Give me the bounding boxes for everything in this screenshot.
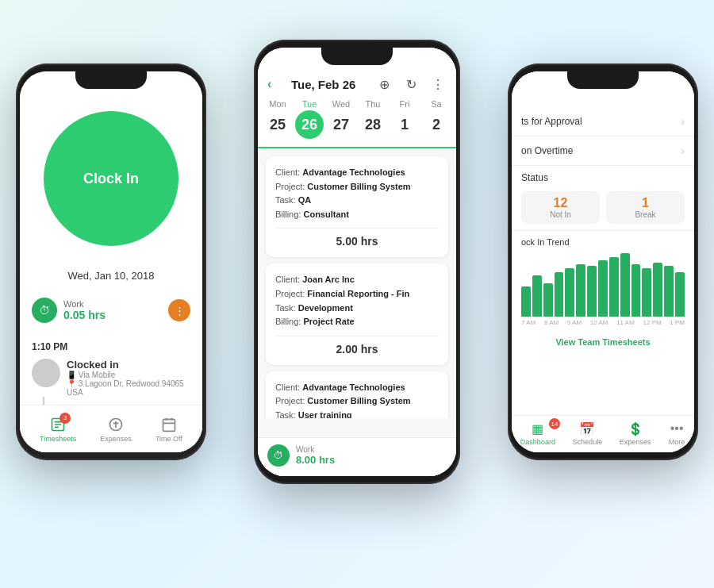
cal-day-name: Tue [302,99,317,109]
right-notch [567,71,639,89]
card-task: Task: QA [275,194,439,208]
calendar-day-27[interactable]: Wed 27 [326,99,356,139]
right-nav-schedule[interactable]: 📅 Schedule [573,421,603,446]
bar-13 [664,266,674,317]
bar-0 [521,286,531,317]
pill-label: Break [635,210,655,219]
right-nav-label: More [669,438,685,446]
list-item-0[interactable]: ts for Approval › [512,107,694,136]
nav-timesheets-label: Timesheets [40,435,76,443]
chart-label: 11 AM [616,319,635,326]
card-client: Client: Joan Arc Inc [275,273,439,287]
nav-expenses[interactable]: Expenses [100,416,132,443]
bar-4 [565,268,574,317]
left-notch [75,71,147,89]
bar-3 [555,272,564,317]
right-nav-label: Expenses [620,438,651,446]
card-hours: 2.00 hrs [275,343,439,355]
pill-count: 1 [642,196,649,210]
calendar-day-28[interactable]: Thu 28 [358,99,388,139]
card-divider [275,228,439,229]
calendar-day-26[interactable]: Tue 26 [294,99,324,139]
list-text: ts for Approval [521,116,582,127]
time-card-2: Client: Advantage Technologies Project: … [266,371,448,418]
dashboard-icon: ▦ 14 [529,421,547,436]
address: 📍 3 Lagoon Dr, Redwood 94065 USA [67,379,190,397]
work-total-hours: 8.00 hrs [296,454,335,466]
bar-7 [598,260,608,317]
calendar-strip: Mon 25 Tue 26 Wed 27 Thu 28 Fri 1 Sa 2 [258,93,456,148]
bar-2 [543,283,553,317]
bar-5 [576,264,585,317]
add-icon[interactable]: ⊕ [375,75,393,93]
chart-label: 10 AM [590,319,608,326]
right-nav-dashboard[interactable]: ▦ 14 Dashboard [520,421,555,446]
list-item-1[interactable]: on Overtime › [512,136,694,166]
status-pills: 12 Not In 1 Break [521,191,685,224]
chart-label: 8 AM [544,319,559,326]
right-bottom-nav: ▦ 14 Dashboard 📅 Schedule 💲 Expenses •••… [512,415,694,452]
clock-in-button[interactable]: Clock In [44,111,178,246]
time-card-1: Client: Joan Arc Inc Project: Financial … [266,263,448,364]
cal-day-name: Wed [332,99,350,109]
view-team-link[interactable]: View Team Timesheets [512,332,694,352]
nav-timesheets[interactable]: 3 Timesheets [40,416,76,443]
timesheets-icon: 3 [48,416,67,433]
cal-day-name: Thu [366,99,381,109]
location-icon: 📍 [67,379,79,388]
work-icon: ⏱ [32,298,57,323]
chart-label: 7 AM [521,319,536,326]
calendar-day-25[interactable]: Mon 25 [263,99,293,139]
chart-x-labels: 7 AM8 AM9 AM10 AM11 AM12 PM1 PM [521,319,685,326]
left-phone-screen: Clock In Wed, Jan 10, 2018 ⏱ Work 0.05 h… [20,71,202,452]
center-header-icons: ⊕ ↻ ⋮ [375,75,447,93]
right-phone: ts for Approval › on Overtime › Status 1… [508,63,698,460]
bar-14 [675,272,685,317]
nav-time-off-label: Time Off [155,435,182,443]
right-nav-expenses[interactable]: 💲 Expenses [620,421,651,446]
status-section: Status 12 Not In 1 Break [512,166,694,231]
calendar-day-2[interactable]: Sa 2 [421,99,451,139]
pill-count: 12 [554,196,568,210]
card-client: Client: Advantage Technologies [275,166,439,180]
card-project: Project: Customer Billing System [275,394,439,409]
left-date: Wed, Jan 10, 2018 [20,270,202,282]
card-hours: 5.00 hrs [275,235,439,248]
calendar-day-1[interactable]: Fri 1 [390,99,420,139]
bar-6 [587,266,597,317]
back-button[interactable]: ‹ [267,77,271,91]
card-client: Client: Advantage Technologies [275,381,439,395]
time-cards: Client: Advantage Technologies Project: … [258,148,456,418]
work-hours: 0.05 hrs [63,309,106,321]
chart-section: ock In Trend 7 AM8 AM9 AM10 AM11 AM12 PM… [512,231,694,332]
bar-1 [532,275,542,317]
more-icon[interactable]: ⋮ [429,75,447,93]
right-nav-label: Dashboard [520,438,555,446]
center-phone: ‹ Tue, Feb 26 ⊕ ↻ ⋮ Mon 25 Tue 26 Wed 27… [254,40,460,484]
right-list: ts for Approval › on Overtime › [512,107,694,166]
expenses-icon [106,416,125,433]
bar-9 [620,253,630,317]
avatar [32,359,60,387]
status-pill-0: 12 Not In [521,191,600,224]
edit-icon[interactable]: ⋮ [168,299,190,321]
clock-time: 1:10 PM [32,341,190,352]
nav-time-off[interactable]: Time Off [155,416,182,443]
cal-day-name: Sa [431,99,441,109]
right-nav-more[interactable]: ••• More [668,421,685,446]
pill-label: Not In [550,210,571,219]
work-total-label: Work [296,445,335,454]
work-label: Work [63,299,106,309]
chart-label: 12 PM [643,319,662,326]
card-billing: Billing: Consultant [275,208,439,222]
clock-in-label: Clock In [83,171,139,187]
card-project: Project: Financial Reporting - Fin [275,287,439,302]
card-task: Task: User training [275,409,439,418]
mobile-icon: 📱 [67,371,79,379]
time-off-icon [159,416,178,433]
nav-expenses-label: Expenses [100,435,132,443]
refresh-icon[interactable]: ↻ [402,75,420,93]
work-total-icon: ⏱ [267,444,290,467]
cal-day-num: 2 [422,110,451,139]
expenses-icon: 💲 [627,421,644,436]
